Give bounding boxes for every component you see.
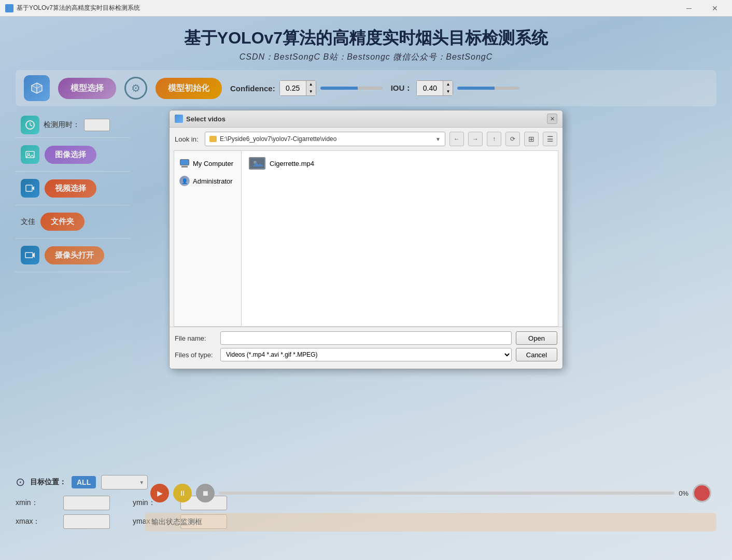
sidebar-item-my-computer[interactable]: My Computer <box>174 155 241 172</box>
minimize-button[interactable]: ─ <box>677 0 701 17</box>
nav-refresh-button[interactable]: ⟳ <box>505 132 520 146</box>
dialog-titlebar: Select vidos ✕ <box>170 110 562 128</box>
dialog-body: My Computer 👤 Administrator <box>174 150 558 327</box>
computer-base <box>181 166 188 167</box>
file-list: Cigerrette.mp4 <box>242 151 558 326</box>
my-computer-icon <box>179 159 190 167</box>
dialog-close-button[interactable]: ✕ <box>547 114 557 124</box>
path-text: E:\Pyside6_yolov7\yolov7-Cigarrette\vide… <box>220 135 336 143</box>
close-button[interactable]: ✕ <box>703 0 727 17</box>
file-name: Cigerrette.mp4 <box>270 160 314 167</box>
dialog-title-text: Select vidos <box>186 115 226 123</box>
dialog-footer: File name: Open Files of type: Videos (*… <box>170 327 562 369</box>
view-list-button[interactable]: ☰ <box>543 132 557 146</box>
nav-forward-button[interactable]: → <box>468 132 483 146</box>
files-of-type-select[interactable]: Videos (*.mp4 *.avi *.gif *.MPEG) <box>220 348 512 361</box>
files-of-type-label: Files of type: <box>175 351 216 359</box>
look-in-row: Look in: E:\Pyside6_yolov7\yolov7-Cigarr… <box>170 128 562 150</box>
app-icon <box>5 4 13 12</box>
title-bar-controls: ─ ✕ <box>677 0 727 17</box>
folder-small-icon <box>209 136 217 142</box>
file-item[interactable]: Cigerrette.mp4 <box>246 155 554 172</box>
select-video-dialog: Select vidos ✕ Look in: E:\Pyside6_yolov… <box>169 110 563 369</box>
file-name-row: File name: Open <box>175 331 557 345</box>
path-dropdown-arrow[interactable]: ▼ <box>435 136 441 142</box>
dialog-sidebar: My Computer 👤 Administrator <box>174 151 242 326</box>
file-name-label: File name: <box>175 334 216 342</box>
nav-up-button[interactable]: ↑ <box>487 132 501 146</box>
administrator-label: Administrator <box>193 177 233 185</box>
cancel-button[interactable]: Cancel <box>516 348 557 361</box>
file-name-input[interactable] <box>220 331 512 345</box>
dialog-icon <box>175 115 183 123</box>
my-computer-label: My Computer <box>193 160 233 167</box>
administrator-icon: 👤 <box>179 176 190 186</box>
open-button[interactable]: Open <box>516 331 557 345</box>
dialog-title-left: Select vidos <box>175 115 226 123</box>
nav-back-button[interactable]: ← <box>449 132 464 146</box>
file-thumbnail <box>249 157 265 170</box>
sidebar-item-administrator[interactable]: 👤 Administrator <box>174 172 241 190</box>
look-in-label: Look in: <box>175 135 201 143</box>
title-bar-text: 基于YOLOv7算法的高精度实时目标检测系统 <box>17 4 677 12</box>
files-of-type-row: Files of type: Videos (*.mp4 *.avi *.gif… <box>175 348 557 361</box>
look-in-path[interactable]: E:\Pyside6_yolov7\yolov7-Cigarrette\vide… <box>205 132 445 146</box>
title-bar: 基于YOLOv7算法的高精度实时目标检测系统 ─ ✕ <box>0 0 732 17</box>
computer-screen <box>180 159 189 165</box>
dialog-overlay: Select vidos ✕ Look in: E:\Pyside6_yolov… <box>0 17 732 560</box>
view-icon-button[interactable]: ⊞ <box>524 132 539 146</box>
